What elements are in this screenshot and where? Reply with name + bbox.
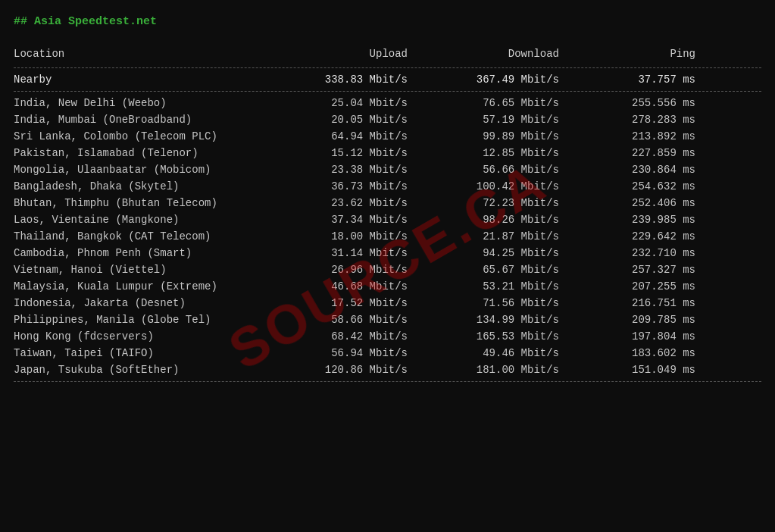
row-ping: 209.785 ms [574,314,695,326]
row-ping: 197.804 ms [574,330,695,343]
nearby-ping: 37.757 ms [574,74,695,86]
divider-nearby [14,91,761,92]
row-download: 76.65 Mbit/s [423,97,574,109]
row-upload: 58.66 Mbit/s [271,314,423,326]
row-download: 12.85 Mbit/s [423,147,574,159]
header-download: Download [423,48,574,60]
row-upload: 68.42 Mbit/s [271,330,423,343]
table-row: Vietnam, Hanoi (Viettel) 26.96 Mbit/s 65… [14,261,761,278]
divider-top [14,67,761,68]
table-row: India, Mumbai (OneBroadband) 20.05 Mbit/… [14,111,761,128]
row-ping: 230.864 ms [574,164,695,176]
row-location: Mongolia, Ulaanbaatar (Mobicom) [14,164,271,176]
table-row: Cambodia, Phnom Penh (Smart) 31.14 Mbit/… [14,245,761,261]
table-row: Malaysia, Kuala Lumpur (Extreme) 46.68 M… [14,278,761,295]
row-upload: 15.12 Mbit/s [271,147,423,159]
row-location: Hong Kong (fdcservers) [14,330,271,343]
row-upload: 20.05 Mbit/s [271,114,423,126]
row-download: 49.46 Mbit/s [423,347,574,359]
header-location: Location [14,48,271,60]
speed-table: Location Upload Download Ping Nearby 338… [14,43,761,382]
row-download: 98.26 Mbit/s [423,214,574,226]
row-upload: 25.04 Mbit/s [271,97,423,109]
row-location: Laos, Vientaine (Mangkone) [14,214,271,226]
row-upload: 23.38 Mbit/s [271,164,423,176]
row-upload: 17.52 Mbit/s [271,297,423,309]
table-row: Bhutan, Thimphu (Bhutan Telecom) 23.62 M… [14,195,761,211]
title: ## Asia Speedtest.net [14,15,761,28]
row-location: Bhutan, Thimphu (Bhutan Telecom) [14,197,271,209]
row-upload: 37.34 Mbit/s [271,214,423,226]
row-download: 99.89 Mbit/s [423,130,574,142]
data-rows: India, New Delhi (Weebo) 25.04 Mbit/s 76… [14,95,761,378]
row-ping: 216.751 ms [574,297,695,309]
row-ping: 183.602 ms [574,347,695,359]
divider-bottom [14,381,761,382]
table-header: Location Upload Download Ping [14,43,761,64]
row-location: Thailand, Bangkok (CAT Telecom) [14,230,271,243]
row-location: India, New Delhi (Weebo) [14,97,271,109]
row-download: 71.56 Mbit/s [423,297,574,309]
row-location: Cambodia, Phnom Penh (Smart) [14,247,271,259]
row-upload: 56.94 Mbit/s [271,347,423,359]
row-download: 165.53 Mbit/s [423,330,574,343]
row-download: 65.67 Mbit/s [423,264,574,276]
row-ping: 213.892 ms [574,130,695,142]
row-upload: 23.62 Mbit/s [271,197,423,209]
nearby-upload: 338.83 Mbit/s [271,74,423,86]
header-upload: Upload [271,48,423,60]
row-ping: 239.985 ms [574,214,695,226]
row-location: Philippines, Manila (Globe Tel) [14,314,271,326]
nearby-location: Nearby [14,74,271,86]
header-ping: Ping [574,48,695,60]
table-row: Philippines, Manila (Globe Tel) 58.66 Mb… [14,311,761,328]
row-upload: 36.73 Mbit/s [271,180,423,192]
table-row: Sri Lanka, Colombo (Telecom PLC) 64.94 M… [14,128,761,145]
row-upload: 64.94 Mbit/s [271,130,423,142]
row-download: 53.21 Mbit/s [423,280,574,293]
table-row: Japan, Tsukuba (SoftEther) 120.86 Mbit/s… [14,361,761,378]
row-ping: 255.556 ms [574,97,695,109]
row-location: Malaysia, Kuala Lumpur (Extreme) [14,280,271,293]
table-row: Mongolia, Ulaanbaatar (Mobicom) 23.38 Mb… [14,161,761,178]
row-download: 56.66 Mbit/s [423,164,574,176]
row-ping: 207.255 ms [574,280,695,293]
row-download: 181.00 Mbit/s [423,364,574,376]
row-ping: 227.859 ms [574,147,695,159]
row-download: 72.23 Mbit/s [423,197,574,209]
row-download: 21.87 Mbit/s [423,230,574,243]
row-ping: 257.327 ms [574,264,695,276]
row-location: Taiwan, Taipei (TAIFO) [14,347,271,359]
row-ping: 229.642 ms [574,230,695,243]
row-location: Bangladesh, Dhaka (Skytel) [14,180,271,192]
nearby-row: Nearby 338.83 Mbit/s 367.49 Mbit/s 37.75… [14,71,761,88]
table-row: Laos, Vientaine (Mangkone) 37.34 Mbit/s … [14,211,761,228]
table-row: Pakistan, Islamabad (Telenor) 15.12 Mbit… [14,145,761,161]
row-location: Indonesia, Jakarta (Desnet) [14,297,271,309]
row-location: Sri Lanka, Colombo (Telecom PLC) [14,130,271,142]
row-download: 100.42 Mbit/s [423,180,574,192]
row-upload: 46.68 Mbit/s [271,280,423,293]
row-ping: 252.406 ms [574,197,695,209]
row-ping: 254.632 ms [574,180,695,192]
table-row: India, New Delhi (Weebo) 25.04 Mbit/s 76… [14,95,761,111]
row-download: 134.99 Mbit/s [423,314,574,326]
row-location: Pakistan, Islamabad (Telenor) [14,147,271,159]
row-ping: 278.283 ms [574,114,695,126]
row-upload: 18.00 Mbit/s [271,230,423,243]
row-upload: 26.96 Mbit/s [271,264,423,276]
row-location: Vietnam, Hanoi (Viettel) [14,264,271,276]
row-upload: 31.14 Mbit/s [271,247,423,259]
row-download: 94.25 Mbit/s [423,247,574,259]
row-location: India, Mumbai (OneBroadband) [14,114,271,126]
nearby-download: 367.49 Mbit/s [423,74,574,86]
table-row: Taiwan, Taipei (TAIFO) 56.94 Mbit/s 49.4… [14,345,761,361]
row-ping: 151.049 ms [574,364,695,376]
row-download: 57.19 Mbit/s [423,114,574,126]
table-row: Hong Kong (fdcservers) 68.42 Mbit/s 165.… [14,328,761,345]
row-ping: 232.710 ms [574,247,695,259]
table-row: Bangladesh, Dhaka (Skytel) 36.73 Mbit/s … [14,178,761,195]
table-row: Thailand, Bangkok (CAT Telecom) 18.00 Mb… [14,228,761,245]
table-row: Indonesia, Jakarta (Desnet) 17.52 Mbit/s… [14,295,761,311]
row-location: Japan, Tsukuba (SoftEther) [14,364,271,376]
